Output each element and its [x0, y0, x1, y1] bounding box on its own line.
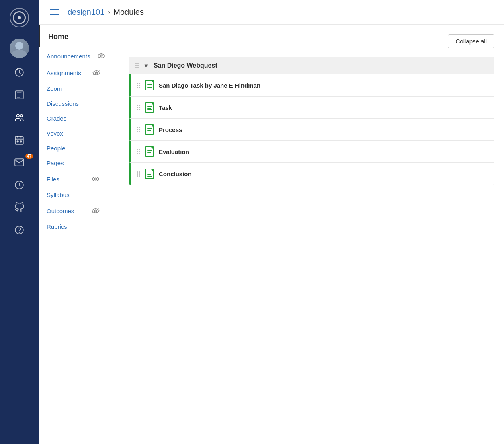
item-drag-handle[interactable]	[137, 83, 140, 88]
svg-point-9	[19, 232, 19, 232]
sidebar-item-history[interactable]	[0, 174, 39, 196]
module-item-title[interactable]: Task	[159, 104, 488, 111]
nav-label-outcomes: Outcomes	[47, 208, 80, 214]
module-header: ▼ San Diego Webquest	[129, 57, 494, 74]
module-item: Task	[129, 97, 494, 119]
module-item: Conclusion	[129, 163, 494, 185]
svg-rect-6	[20, 141, 21, 142]
content-area: Collapse all ▼ San Diego Webquest	[119, 25, 504, 444]
sidebar-item-zoom[interactable]: Zoom	[39, 81, 119, 96]
sidebar-item-inbox[interactable]: 47	[0, 151, 39, 174]
main-content: design101 › Modules Home Announcements	[39, 0, 504, 444]
module-item: Evaluation	[129, 141, 494, 163]
svg-rect-5	[17, 141, 18, 142]
inbox-badge: 47	[25, 154, 33, 159]
item-drag-handle[interactable]	[137, 105, 140, 110]
sidebar-item-people-nav[interactable]: People	[39, 141, 119, 156]
sidebar-item-help[interactable]	[0, 219, 39, 241]
module-item-title[interactable]: Conclusion	[159, 171, 488, 177]
global-sidebar: 47	[0, 0, 39, 444]
module-item-title[interactable]: Evaluation	[159, 148, 488, 155]
breadcrumb: design101 › Modules	[68, 8, 144, 17]
nav-label-pages: Pages	[47, 160, 112, 166]
sidebar-item-dashboard[interactable]	[0, 61, 39, 84]
item-drag-handle[interactable]	[137, 171, 140, 177]
module-item: Process	[129, 119, 494, 141]
course-nav: Home Announcements Assignments	[39, 25, 119, 444]
module-item-title[interactable]: San Diago Task by Jane E Hindman	[159, 82, 488, 89]
hamburger-menu[interactable]	[48, 7, 61, 17]
sidebar-item-vevox[interactable]: Vevox	[39, 126, 119, 141]
course-nav-header: Home	[39, 25, 119, 47]
module-collapse-button[interactable]: ▼	[142, 63, 150, 69]
sidebar-item-syllabus[interactable]: Syllabus	[39, 187, 119, 202]
eye-icon-files[interactable]	[80, 175, 113, 183]
page-icon	[145, 169, 154, 179]
item-drag-handle[interactable]	[137, 127, 140, 132]
sidebar-item-announcements[interactable]: Announcements	[39, 47, 119, 64]
collapse-all-button[interactable]: Collapse all	[448, 34, 494, 48]
sidebar-item-pages[interactable]: Pages	[39, 156, 119, 171]
breadcrumb-separator: ›	[108, 8, 110, 16]
module-container: ▼ San Diego Webquest	[129, 57, 494, 185]
svg-rect-4	[15, 136, 23, 144]
top-header: design101 › Modules	[39, 0, 504, 25]
svg-point-3	[20, 115, 23, 117]
app-logo[interactable]	[8, 6, 31, 29]
nav-label-grades: Grades	[47, 115, 112, 122]
module-item-title[interactable]: Process	[159, 126, 488, 133]
page-icon	[145, 102, 154, 113]
sidebar-item-assignments[interactable]: Assignments	[39, 64, 119, 81]
page-icon	[145, 124, 154, 135]
page-icon	[145, 80, 154, 90]
breadcrumb-current: Modules	[113, 8, 144, 17]
sidebar-item-calendar[interactable]	[0, 129, 39, 151]
sidebar-item-people[interactable]	[0, 106, 39, 129]
eye-icon-outcomes[interactable]	[80, 206, 113, 215]
sidebar-item-courses[interactable]	[0, 84, 39, 106]
nav-label-discussions: Discussions	[47, 100, 112, 107]
nav-label-zoom: Zoom	[47, 85, 112, 92]
nav-label-files: Files	[47, 176, 80, 183]
item-drag-handle[interactable]	[137, 149, 140, 154]
module-title: San Diego Webquest	[154, 62, 217, 69]
nav-label-syllabus: Syllabus	[47, 191, 112, 198]
module-drag-handle[interactable]	[135, 63, 139, 68]
sidebar-item-outcomes[interactable]: Outcomes	[39, 202, 119, 219]
sidebar-item-files[interactable]: Files	[39, 171, 119, 187]
avatar[interactable]	[10, 39, 29, 58]
nav-label-announcements: Announcements	[47, 53, 90, 60]
eye-icon-announcements[interactable]	[90, 51, 112, 60]
sidebar-item-redirect[interactable]	[0, 196, 39, 219]
nav-label-people: People	[47, 145, 112, 152]
nav-label-vevox: Vevox	[47, 130, 112, 137]
page-icon	[145, 146, 154, 157]
module-item: San Diago Task by Jane E Hindman	[129, 74, 494, 97]
svg-point-2	[17, 114, 20, 117]
sidebar-item-discussions[interactable]: Discussions	[39, 96, 119, 111]
eye-icon-assignments[interactable]	[81, 68, 112, 77]
nav-label-assignments: Assignments	[47, 70, 81, 76]
sidebar-item-rubrics[interactable]: Rubrics	[39, 219, 119, 234]
sidebar-item-grades[interactable]: Grades	[39, 111, 119, 126]
breadcrumb-course[interactable]: design101	[68, 8, 104, 17]
nav-label-rubrics: Rubrics	[47, 223, 112, 230]
